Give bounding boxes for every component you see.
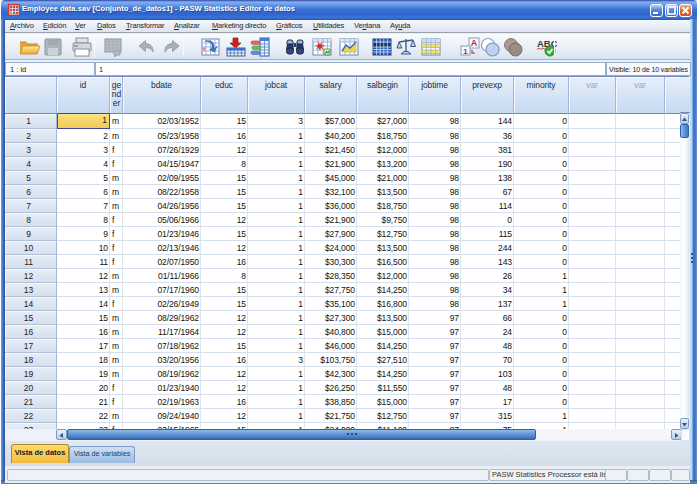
- svg-text:1: 1: [463, 47, 468, 56]
- svg-text:A: A: [471, 38, 478, 48]
